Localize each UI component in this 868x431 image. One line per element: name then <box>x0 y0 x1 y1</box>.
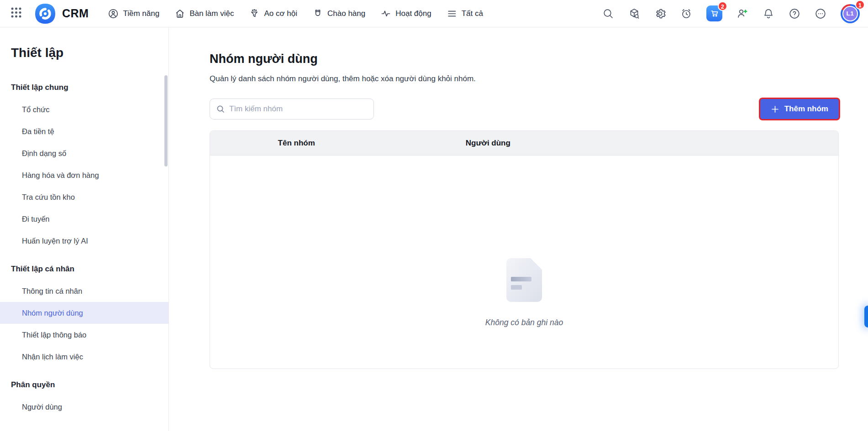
nav-item-label: Ao cơ hội <box>264 9 297 18</box>
add-user-icon[interactable] <box>736 8 748 20</box>
sidebar-section: Thiết lập chungTổ chứcĐa tiền tệĐịnh dạn… <box>0 77 168 252</box>
sidebar-item-selected[interactable]: Nhóm người dùng <box>0 302 168 324</box>
more-options-icon[interactable] <box>815 8 826 20</box>
nav-item-label: Chào hàng <box>327 9 365 18</box>
edge-floating-handle[interactable] <box>864 306 868 327</box>
nav-item-label: Tiềm năng <box>123 9 159 18</box>
group-search-box[interactable] <box>210 99 374 119</box>
cart-icon <box>709 7 720 20</box>
add-group-button[interactable]: Thêm nhóm <box>760 99 839 119</box>
funnel-icon <box>249 8 260 19</box>
brand-title: CRM <box>62 7 89 20</box>
settings-sidebar: Thiết lập Thiết lập chungTổ chứcĐa tiền … <box>0 27 169 431</box>
nav-item-magnet[interactable]: Chào hàng <box>312 8 365 19</box>
sidebar-item[interactable]: Tra cứu tồn kho <box>0 186 168 208</box>
magnet-icon <box>312 8 323 19</box>
sidebar-section-header: Phân quyền <box>0 374 168 396</box>
page-title: Nhóm người dùng <box>210 52 839 66</box>
sidebar-section: Phân quyềnNgười dùng <box>0 374 168 418</box>
search-icon <box>216 104 225 114</box>
product-search-icon[interactable] <box>628 8 640 20</box>
sidebar-item[interactable]: Đa tiền tệ <box>0 120 168 142</box>
nav-item-label: Tất cả <box>462 9 483 18</box>
app-grid-button[interactable] <box>8 6 24 21</box>
activity-icon <box>380 8 391 19</box>
nav-item-funnel[interactable]: Ao cơ hội <box>249 8 297 19</box>
crm-app: CRM Tiềm năng Bàn làm việc Ao cơ hội Chà… <box>0 0 868 431</box>
sidebar-item[interactable]: Nhận lịch làm việc <box>0 346 168 368</box>
nav-item-menu[interactable]: Tất cả <box>447 8 483 19</box>
table-header-row: Tên nhómNgười dùng <box>210 131 838 156</box>
grid-icon <box>10 6 22 21</box>
main-content: Nhóm người dùng Quản lý danh sách nhóm n… <box>169 27 868 431</box>
sidebar-item[interactable]: Người dùng <box>0 396 168 418</box>
sidebar-item[interactable]: Đi tuyến <box>0 208 168 230</box>
avatar-badge: 1 <box>855 0 865 10</box>
empty-state-text: Không có bản ghi nào <box>485 318 563 327</box>
avatar-initials: L1 <box>842 6 858 21</box>
topbar-nav: Tiềm năng Bàn làm việc Ao cơ hội Chào hà… <box>108 8 483 19</box>
groups-table: Tên nhómNgười dùng Không có bản ghi nào <box>210 130 839 369</box>
alarm-clock-icon[interactable] <box>680 8 692 20</box>
notifications-bell-icon[interactable] <box>763 8 774 20</box>
sidebar-nav: Thiết lập chungTổ chứcĐa tiền tệĐịnh dạn… <box>0 77 168 418</box>
topbar: CRM Tiềm năng Bàn làm việc Ao cơ hội Chà… <box>0 0 868 27</box>
sidebar-scrollbar[interactable] <box>164 75 168 166</box>
group-search-input[interactable] <box>229 104 368 114</box>
table-body: Không có bản ghi nào <box>210 156 838 369</box>
sidebar-item[interactable]: Thiết lập thông báo <box>0 324 168 346</box>
help-icon[interactable] <box>789 8 800 20</box>
toolbar: Thêm nhóm <box>210 99 839 119</box>
nav-item-label: Bàn làm việc <box>189 9 234 18</box>
menu-icon <box>447 8 458 19</box>
sidebar-section-header: Thiết lập cá nhân <box>0 258 168 280</box>
nav-item-home[interactable]: Bàn làm việc <box>174 8 234 19</box>
plus-icon <box>771 105 779 114</box>
sidebar-section: Thiết lập cá nhânThông tin cá nhânNhóm n… <box>0 258 168 368</box>
settings-gear-icon[interactable] <box>654 8 666 20</box>
empty-document-icon <box>506 258 542 304</box>
sidebar-item[interactable]: Tổ chức <box>0 99 168 120</box>
nav-item-contact[interactable]: Tiềm năng <box>108 8 159 19</box>
sidebar-item[interactable]: Huấn luyện trợ lý AI <box>0 230 168 252</box>
column-header: Tên nhóm <box>210 139 383 148</box>
sidebar-item[interactable]: Thông tin cá nhân <box>0 280 168 302</box>
sidebar-item[interactable]: Hàng hóa và đơn hàng <box>0 164 168 186</box>
topbar-actions: 2 L1 1 <box>602 4 860 23</box>
nav-item-activity[interactable]: Hoạt động <box>380 8 431 19</box>
search-icon[interactable] <box>602 8 614 20</box>
cart-badge: 2 <box>718 1 727 11</box>
app-logo[interactable] <box>35 3 56 24</box>
sidebar-title: Thiết lập <box>0 27 168 60</box>
home-icon <box>174 8 185 19</box>
sidebar-item[interactable]: Định dạng số <box>0 142 168 164</box>
cart-button[interactable]: 2 <box>706 5 722 21</box>
column-header: Người dùng <box>383 139 593 148</box>
contact-icon <box>108 8 119 19</box>
nav-item-label: Hoạt động <box>395 9 431 18</box>
page-subtitle: Quản lý danh sách nhóm người dùng, thêm … <box>210 74 839 83</box>
logo-icon <box>35 18 56 26</box>
add-group-button-label: Thêm nhóm <box>784 104 828 114</box>
user-avatar[interactable]: L1 1 <box>841 4 860 23</box>
sidebar-section-header: Thiết lập chung <box>0 77 168 99</box>
